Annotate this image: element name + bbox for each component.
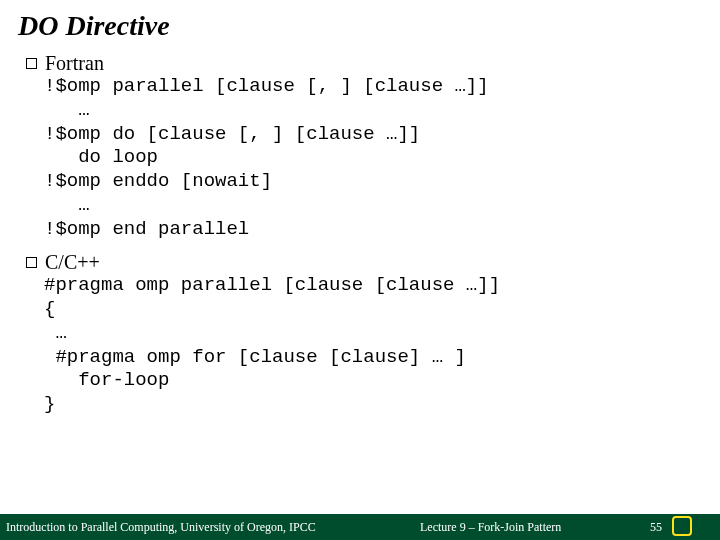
footer-left-text: Introduction to Parallel Computing, Univ… (0, 520, 316, 535)
footer-center-text: Lecture 9 – Fork-Join Pattern (420, 520, 561, 535)
footer-bar: Introduction to Parallel Computing, Univ… (0, 514, 720, 540)
content-area: Fortran !$omp parallel [clause [, ] [cla… (0, 52, 720, 417)
bullet-item-c: C/C++ (26, 251, 702, 274)
slide-title: DO Directive (0, 0, 720, 52)
code-block-fortran: !$omp parallel [clause [, ] [clause …]] … (44, 75, 702, 241)
oregon-logo-icon (670, 516, 714, 538)
lang-label-fortran: Fortran (45, 52, 104, 75)
lang-label-c: C/C++ (45, 251, 100, 274)
bullet-item-fortran: Fortran (26, 52, 702, 75)
footer-page-number: 55 (650, 520, 662, 535)
bullet-icon (26, 257, 37, 268)
bullet-icon (26, 58, 37, 69)
code-block-c: #pragma omp parallel [clause [clause …]]… (44, 274, 702, 417)
